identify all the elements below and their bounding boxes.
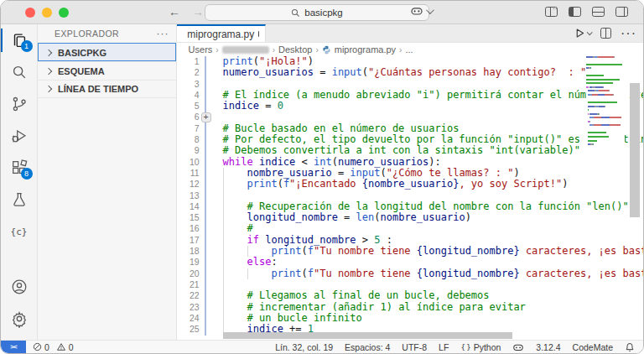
activity-run-debug-button[interactable] <box>1 120 38 152</box>
remote-indicator[interactable]: >< <box>1 341 26 353</box>
code-line[interactable]: 1print("¡Hola!") <box>177 56 643 67</box>
sidebar-section-esquema[interactable]: ESQUEMA <box>38 61 176 80</box>
eol-sequence[interactable]: LF <box>439 342 449 352</box>
section-label: LÍNEA DE TIEMPO <box>58 84 138 94</box>
close-window-button[interactable] <box>25 8 35 18</box>
sidebar-section-timeline[interactable]: LÍNEA DE TIEMPO <box>38 80 176 98</box>
code-token: : <box>381 234 392 246</box>
code-line[interactable]: 24 # un bucle infinito <box>177 313 643 324</box>
copilot-status[interactable] <box>512 342 524 352</box>
minimap[interactable] <box>586 56 625 147</box>
section-label: ESQUEMA <box>58 66 105 76</box>
indentation[interactable]: Espacios: 4 <box>345 342 390 352</box>
code-line[interactable]: 9# Debemos convertirla a int con la sint… <box>177 145 643 156</box>
line-number: 18 <box>177 246 200 257</box>
problems-indicator[interactable]: 0 0 <box>33 342 74 352</box>
minimize-window-button[interactable] <box>42 8 52 18</box>
indent-guide <box>223 223 224 234</box>
code-token <box>223 211 247 223</box>
code-line[interactable]: 13 <box>177 190 643 201</box>
code-line[interactable]: 8# Por defecto, el tipo devuelto por la … <box>177 134 643 145</box>
tab-miprograma[interactable]: miprograma.py <box>177 24 266 42</box>
code-line[interactable]: 23 # incrementar (añadir 1) al índice pa… <box>177 302 643 313</box>
accounts-button[interactable] <box>1 271 38 303</box>
sidebar-section-basicpkg[interactable]: BASICPKG <box>38 43 176 61</box>
code-line[interactable]: 18 print(f"Tu nombre tiene {longitud_nom… <box>177 246 643 257</box>
activity-testing-button[interactable] <box>1 184 38 216</box>
code-token: numero_usuarios <box>223 66 314 78</box>
code-token: # un bucle infinito <box>247 312 362 324</box>
code-token: {longitud_nombre} <box>417 245 520 257</box>
python-interpreter[interactable]: 3.12.4 <box>536 342 560 352</box>
code-line[interactable]: 19 else: <box>177 257 643 268</box>
line-number: 19 <box>177 257 200 268</box>
inline-add-button[interactable]: + <box>201 112 211 122</box>
code-line[interactable]: 11 nombre_usuario = input("¿Cómo te llam… <box>177 168 643 179</box>
code-token: else <box>247 256 272 268</box>
encoding[interactable]: UTF-8 <box>402 342 427 352</box>
line-number: 9 <box>177 145 200 156</box>
code-line[interactable]: 2numero_usuarios = input("¿Cuántas perso… <box>177 67 643 78</box>
line-number: 14 <box>177 201 200 212</box>
activity-search-button[interactable] <box>1 56 38 88</box>
zoom-window-button[interactable] <box>59 8 69 18</box>
line-number: 7 <box>177 123 200 134</box>
sidebar-more-actions-button[interactable]: ··· <box>157 28 169 39</box>
code-line[interactable]: 5indice = 0 <box>177 101 643 112</box>
editor-more-actions-button[interactable]: ··· <box>621 26 636 41</box>
code-line[interactable]: 15 longitud_nombre = len(nombre_usuario) <box>177 212 643 223</box>
toggle-panel-button[interactable] <box>592 7 605 17</box>
code-line[interactable]: 16 # <box>177 223 643 234</box>
toggle-primary-sidebar-button[interactable] <box>569 7 581 17</box>
forward-button[interactable]: → <box>192 5 204 18</box>
toggle-secondary-sidebar-button[interactable] <box>615 7 628 17</box>
run-python-button[interactable] <box>574 28 591 39</box>
code-line[interactable]: 21 <box>177 279 643 290</box>
account-icon <box>10 278 29 296</box>
source-control-icon <box>10 95 29 113</box>
code-line[interactable]: 14 # Recuperación de la longitud del nom… <box>177 201 643 212</box>
code-line[interactable]: 12 print(f"¡Encantado {nombre_usuario}, … <box>177 179 643 190</box>
activity-source-control-button[interactable] <box>1 88 38 120</box>
code-line[interactable]: 20 print(f"Tu nombre tiene {longitud_nom… <box>177 268 643 279</box>
breadcrumb-users[interactable]: Users <box>189 44 213 55</box>
indent-guide <box>223 212 224 223</box>
activity-extensions-button[interactable]: 8 <box>1 152 38 184</box>
settings-button[interactable] <box>1 303 38 335</box>
breadcrumb-desktop[interactable]: Desktop <box>278 44 312 55</box>
breadcrumb-user-redacted[interactable] <box>222 46 269 54</box>
code-line[interactable]: 6+ <box>177 112 643 122</box>
activity-explorer-button[interactable]: 1 <box>1 24 38 56</box>
code-token: print <box>271 268 301 279</box>
copilot-menu[interactable] <box>410 5 432 17</box>
line-number: 25 <box>177 324 200 335</box>
code-line[interactable]: 10while indice < int(numero_usuarios): <box>177 157 643 168</box>
command-center-search[interactable]: basicpkg <box>205 4 429 21</box>
braces-icon: { } <box>460 343 469 351</box>
code-token: "¿Cómo te llamas? : " <box>387 167 514 179</box>
codemate-status[interactable]: CodeMate <box>573 342 613 352</box>
cursor-position[interactable]: Lín. 32, col. 19 <box>275 342 333 352</box>
indent-guide <box>223 290 224 301</box>
chevron-separator: › <box>399 45 402 55</box>
breadcrumb-file[interactable]: miprograma.py <box>335 44 396 55</box>
split-editor-button[interactable] <box>600 28 611 39</box>
back-button[interactable]: ← <box>169 5 180 18</box>
code-token: {longitud_nombre} <box>417 268 520 279</box>
code-line[interactable]: 22 # Llegamos al final de un bucle, debe… <box>177 290 643 301</box>
code-line[interactable]: 17 if longitud_nombre > 5 : <box>177 235 643 246</box>
notifications-button[interactable] <box>625 342 635 352</box>
code-line[interactable]: 3 <box>177 79 643 90</box>
language-mode[interactable]: { } Python <box>460 342 501 352</box>
activity-c-extension-button[interactable]: {c} <box>1 216 38 247</box>
code-line[interactable]: 4# El índice (a menudo abreviado "i") pe… <box>177 90 643 101</box>
horizontal-scrollbar[interactable] <box>223 332 512 339</box>
sidebar-explorer: EXPLORADOR ··· BASICPKG ESQUEMA LÍNEA DE… <box>38 24 177 340</box>
customize-layout-button[interactable] <box>545 7 558 17</box>
line-number: 16 <box>177 223 200 234</box>
code-area[interactable]: 1print("¡Hola!")2numero_usuarios = input… <box>177 56 643 340</box>
breadcrumb-more[interactable]: ... <box>405 44 413 55</box>
code-token: # El índice (a menudo abreviado "i") per… <box>223 89 643 101</box>
vertical-scrollbar[interactable] <box>630 83 640 217</box>
code-line[interactable]: 7# Bucle basado en el número de usuarios <box>177 123 643 134</box>
